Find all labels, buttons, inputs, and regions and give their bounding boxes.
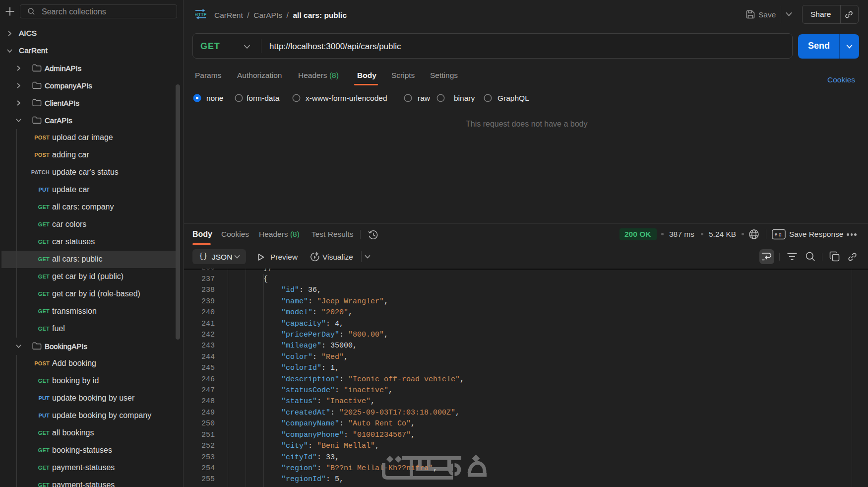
svg-text:e.g.: e.g.: [775, 232, 783, 237]
svg-text:HTTP: HTTP: [195, 11, 206, 17]
